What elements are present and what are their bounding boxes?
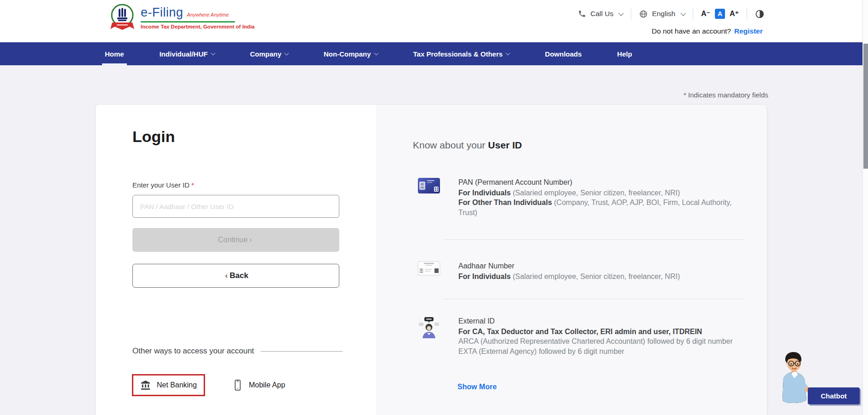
nav-label: Tax Professionals & Others [413,50,503,58]
top-header: e-Filing Anywhere Anytime Income Tax Dep… [0,0,862,42]
chevron-down-icon [680,11,685,16]
logo-divider [141,21,235,23]
external-id-line-2-rest: ARCA (Authorized Representative Chartere… [458,337,733,345]
know-item-external-id: External ID For CA, Tax Deductor and Tax… [417,316,733,356]
nav-item-home[interactable]: Home [105,42,124,65]
efiling-logo[interactable]: e-Filing Anywhere Anytime Income Tax Dep… [109,3,255,32]
nav-item-help[interactable]: Help [617,42,632,65]
vertical-scrollbar[interactable] [862,0,868,415]
section-divider [443,239,744,240]
external-id-title: External ID [458,316,733,326]
external-id-line-3: EXTA (External Agency) followed by 6 dig… [458,347,733,357]
nav-item-individual-huf[interactable]: Individual/HUF [160,42,215,65]
user-id-label: Enter your User ID* [132,181,194,189]
mandatory-fields-note: * Indicates mandatory fields [684,91,768,99]
user-id-input[interactable] [132,195,339,218]
chevron-down-icon [374,51,378,56]
external-id-line-2: ARCA (Authorized Representative Chartere… [458,336,733,347]
efiling-login-page: e-Filing Anywhere Anytime Income Tax Dep… [0,0,868,415]
show-more-link[interactable]: Show More [457,383,497,391]
aadhaar-line-1: For Individuals (Salaried employee, Seni… [458,272,680,282]
pan-line-2: For Other Than Individuals (Company, Tru… [458,198,739,217]
continue-label: Continue [218,236,247,244]
know-title-emphasis: User ID [488,140,522,150]
access-methods: Net Banking Mobile App [132,374,285,396]
font-increase-button[interactable]: A⁺ [730,10,739,17]
external-id-text: External ID For CA, Tax Deductor and Tax… [458,316,733,356]
logo-text: e-Filing Anywhere Anytime Income Tax Dep… [141,6,255,29]
external-id-line-1-bold: For CA, Tax Deductor and Tax Collector, … [458,328,702,335]
brand-name: e-Filing [141,6,183,20]
language-label: English [652,10,675,18]
chevron-down-icon [285,51,289,56]
call-us-menu[interactable]: Call Us [578,10,623,18]
net-banking-button[interactable]: Net Banking [132,374,205,396]
aadhaar-text: Aadhaar Number For Individuals (Salaried… [458,261,680,281]
horizontal-rule [261,351,343,352]
nav-item-downloads[interactable]: Downloads [545,42,582,65]
bank-icon [140,380,151,391]
external-id-line-1: For CA, Tax Deductor and Tax Collector, … [458,327,733,337]
chevron-down-icon [618,11,623,16]
nav-label: Home [105,50,124,58]
contrast-toggle-icon[interactable] [755,9,765,19]
divider [631,8,631,20]
chevron-left-icon: ‹ [225,271,228,280]
know-item-pan: PAN (Permanent Account Number) For Indiv… [417,177,739,217]
chatbot-button[interactable]: Chatbot [808,387,860,404]
know-title-prefix: Know about your [413,140,485,150]
nav-label: Help [617,50,632,58]
register-prompt: Do not have an account? Register [652,27,763,35]
brand-tagline: Anywhere Anytime [187,12,229,17]
font-size-controls: A⁻ A A⁺ [701,9,739,19]
scrollbar-thumb[interactable] [863,44,868,169]
know-panel-title: Know about yourUser ID [413,140,522,151]
nav-label: Company [250,50,281,58]
pan-card-icon [417,177,440,217]
globe-icon [639,10,648,18]
know-user-id-panel: Know about yourUser ID [376,105,767,415]
call-us-label: Call Us [590,10,613,18]
aadhaar-title: Aadhaar Number [458,261,680,271]
external-id-line-3-rest: EXTA (External Agency) followed by 6 dig… [458,347,624,355]
mobile-app-label: Mobile App [249,381,285,389]
nav-item-tax-professionals[interactable]: Tax Professionals & Others [413,42,510,65]
pan-line-1-bold: For Individuals [458,189,511,197]
continue-button[interactable]: Continue› [132,228,339,252]
language-menu[interactable]: English [639,10,685,18]
required-asterisk: * [191,181,194,189]
back-label: Back [230,271,249,280]
net-banking-label: Net Banking [157,381,197,389]
aadhaar-line-1-rest: (Salaried employee, Senior citizen, free… [511,273,680,280]
chatbot-label: Chatbot [821,392,847,400]
nav-item-non-company[interactable]: Non-Company [324,42,378,65]
phone-icon [578,10,586,18]
divider [747,8,747,20]
page-title: Login [132,128,175,146]
pan-line-1-rest: (Salaried employee, Senior citizen, free… [511,189,680,197]
aadhaar-line-1-bold: For Individuals [458,273,511,280]
chevron-down-icon [506,51,510,56]
font-decrease-button[interactable]: A⁻ [701,10,710,17]
pan-text: PAN (Permanent Account Number) For Indiv… [458,177,739,217]
nav-label: Non-Company [324,50,371,58]
mobile-app-button[interactable]: Mobile App [233,379,285,391]
user-id-label-text: Enter your User ID [132,181,189,189]
other-ways-section: Other ways to access your account [132,347,343,356]
chevron-down-icon [211,51,215,56]
chevron-right-icon: › [249,236,251,244]
external-id-person-icon [417,316,440,356]
aadhaar-card-icon [417,261,440,281]
pan-line-2-bold: For Other Than Individuals [458,199,552,206]
income-tax-emblem-icon [109,3,135,32]
pan-title: PAN (Permanent Account Number) [458,177,739,188]
font-normal-button[interactable]: A [715,9,725,19]
register-link[interactable]: Register [734,27,763,35]
header-utility-bar: Call Us English A⁻ A A⁺ [578,6,765,22]
login-card: Login Enter your User ID* Continue› ‹Bac… [96,105,767,415]
mobile-phone-icon [233,379,243,391]
main-navigation: Home Individual/HUF Company Non-Company … [0,42,862,65]
back-button[interactable]: ‹Back [132,264,339,288]
nav-item-company[interactable]: Company [250,42,288,65]
section-divider [443,299,744,299]
